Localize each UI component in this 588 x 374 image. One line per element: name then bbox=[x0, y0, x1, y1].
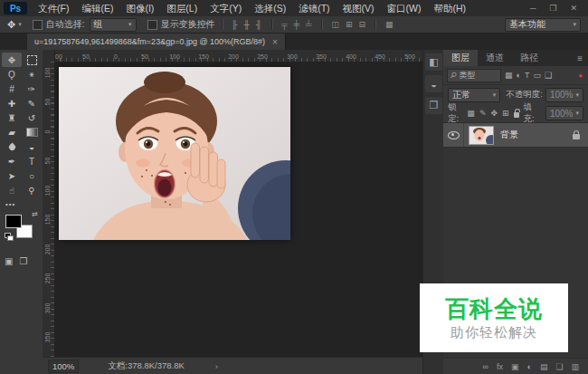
blend-mode-dropdown[interactable]: 正常 ▾ bbox=[448, 88, 500, 102]
lock-position-icon[interactable]: ✥ bbox=[490, 109, 498, 118]
layer-mask-icon[interactable]: ▣ bbox=[511, 362, 519, 371]
align-vertical-centers-icon[interactable]: ╪ bbox=[290, 20, 302, 29]
distribute-left-icon[interactable]: ◫ bbox=[328, 20, 343, 29]
document-tab[interactable]: u=1917587649,961499868&fm=23&gp=0.jpg @ … bbox=[27, 34, 286, 50]
filter-shape-layers-icon[interactable]: ▭ bbox=[533, 71, 541, 80]
swap-colors-icon[interactable]: ⇄ bbox=[32, 210, 38, 218]
layer-effects-icon[interactable]: fx bbox=[497, 362, 503, 371]
minimize-icon[interactable]: ─ bbox=[530, 4, 536, 13]
eraser-tool[interactable]: ▰ bbox=[2, 125, 22, 139]
status-chevron-icon[interactable]: › bbox=[215, 361, 218, 371]
maximize-icon[interactable]: ❐ bbox=[549, 4, 556, 13]
lock-row: 锁定: ▦ ✎ ✥ ⊞ 填充: 100% ▾ bbox=[443, 104, 588, 123]
default-colors-icon[interactable] bbox=[5, 233, 14, 241]
opacity-label: 不透明度: bbox=[506, 89, 543, 101]
ruler-label: 500 bbox=[404, 53, 415, 60]
show-transform-checkbox[interactable] bbox=[147, 20, 157, 30]
delete-layer-icon[interactable]: ▥ bbox=[571, 362, 579, 371]
menu-filter[interactable]: 滤镜(T) bbox=[292, 0, 336, 16]
tab-layers[interactable]: 图层 bbox=[443, 50, 478, 66]
workspace-dropdown[interactable]: 基本功能 ▾ bbox=[505, 18, 581, 32]
tab-paths[interactable]: 路径 bbox=[512, 50, 546, 66]
fill-dropdown[interactable]: 100% ▾ bbox=[545, 106, 583, 120]
tool-options-bar: ✥ ▾ 自动选择: 组 ▾ 显示变换控件 ╟ ╫ ╢ ╤ ╪ ╧ ◫ ⊞ ⊟ ▦… bbox=[0, 16, 588, 34]
ruler-label: 100 bbox=[44, 185, 51, 197]
align-horizontal-centers-icon[interactable]: ╫ bbox=[241, 20, 252, 29]
lock-transparency-icon[interactable]: ▦ bbox=[467, 109, 475, 118]
path-selection-tool[interactable]: ➤ bbox=[2, 168, 22, 183]
panel-menu-icon[interactable]: ≡ bbox=[572, 50, 588, 66]
auto-align-layers-icon[interactable]: ▦ bbox=[382, 20, 396, 29]
foreground-color-swatch[interactable] bbox=[5, 215, 22, 228]
ellipse-tool[interactable]: ○ bbox=[22, 168, 42, 183]
hand-tool[interactable]: ☝ bbox=[2, 183, 22, 197]
align-right-edges-icon[interactable]: ╢ bbox=[252, 20, 264, 29]
tools-panel: ✥ Ϙ ⚹ # ✑ ✚ ✎ ♜ ↺ ▰ ◒ ✒ T ➤ ○ ☝ ⚲ ••• ⇄ bbox=[0, 50, 43, 374]
layer-row-background[interactable]: 背景 bbox=[443, 123, 588, 148]
spot-healing-brush-tool[interactable]: ✚ bbox=[2, 96, 22, 110]
gradient-tool[interactable] bbox=[22, 125, 42, 139]
blur-tool[interactable] bbox=[2, 139, 22, 154]
filter-adjustment-layers-icon[interactable]: ◐ bbox=[517, 71, 521, 80]
align-bottom-edges-icon[interactable]: ╧ bbox=[302, 20, 314, 29]
type-tool[interactable]: T bbox=[22, 154, 42, 168]
zoom-tool[interactable]: ⚲ bbox=[22, 183, 42, 197]
crop-tool[interactable]: # bbox=[2, 82, 22, 96]
tool-preset-chevron-icon[interactable]: ▾ bbox=[18, 21, 22, 28]
lock-artboard-icon[interactable]: ⊞ bbox=[502, 109, 509, 118]
dodge-tool[interactable]: ◒ bbox=[22, 139, 42, 154]
zoom-level-field[interactable]: 100% bbox=[48, 360, 79, 373]
auto-select-dropdown[interactable]: 组 ▾ bbox=[90, 18, 137, 32]
link-layers-icon[interactable]: ∞ bbox=[483, 362, 488, 371]
menu-view[interactable]: 视图(V) bbox=[337, 0, 381, 16]
align-left-edges-icon[interactable]: ╟ bbox=[229, 20, 241, 29]
menu-image[interactable]: 图像(I) bbox=[119, 0, 160, 16]
lock-pixels-icon[interactable]: ✎ bbox=[479, 109, 487, 118]
ruler-label: 400 bbox=[346, 53, 356, 60]
brush-tool[interactable]: ✎ bbox=[22, 96, 42, 110]
color-panel-icon[interactable]: ◧ bbox=[425, 53, 442, 71]
eyedropper-tool[interactable]: ✑ bbox=[22, 82, 42, 96]
history-brush-tool[interactable]: ↺ bbox=[22, 110, 42, 125]
rectangular-marquee-tool[interactable] bbox=[22, 53, 42, 67]
menu-file[interactable]: 文件(F) bbox=[32, 0, 75, 16]
distribute-center-icon[interactable]: ⊞ bbox=[342, 20, 356, 29]
menu-select[interactable]: 选择(S) bbox=[248, 0, 292, 16]
auto-select-checkbox[interactable] bbox=[33, 20, 43, 30]
lasso-tool[interactable]: Ϙ bbox=[2, 67, 22, 82]
edit-toolbar-icon[interactable]: ••• bbox=[5, 200, 15, 208]
layer-thumbnail[interactable] bbox=[469, 126, 494, 145]
new-layer-icon[interactable]: ❏ bbox=[555, 362, 563, 371]
filter-pixel-layers-icon[interactable]: ▦ bbox=[505, 71, 513, 80]
menu-layer[interactable]: 图层(L) bbox=[160, 0, 204, 16]
distribute-right-icon[interactable]: ⊟ bbox=[356, 20, 369, 29]
close-icon[interactable]: ✕ bbox=[570, 4, 577, 13]
libraries-panel-icon[interactable]: ❒ bbox=[425, 97, 442, 114]
filter-type-dropdown[interactable]: ⚲ 类型 bbox=[447, 69, 501, 82]
filter-smart-objects-icon[interactable]: ❑ bbox=[545, 71, 552, 80]
document-size-info: 文档:378.8K/378.8K bbox=[108, 360, 185, 372]
move-tool[interactable]: ✥ bbox=[2, 53, 22, 67]
filter-type-layers-icon[interactable]: T bbox=[525, 71, 530, 80]
lock-all-icon[interactable] bbox=[514, 112, 519, 118]
filter-toggle-icon[interactable]: ● bbox=[578, 72, 584, 80]
quick-selection-tool[interactable]: ⚹ bbox=[22, 67, 42, 82]
document-image[interactable] bbox=[59, 67, 290, 240]
tab-channels[interactable]: 通道 bbox=[478, 50, 512, 66]
opacity-dropdown[interactable]: 100% ▾ bbox=[545, 88, 583, 102]
menu-window[interactable]: 窗口(W) bbox=[381, 0, 428, 16]
screen-mode-icon[interactable]: ❐ bbox=[19, 256, 27, 266]
menu-edit[interactable]: 编辑(E) bbox=[75, 0, 119, 16]
menu-type[interactable]: 文字(Y) bbox=[204, 0, 248, 16]
quick-mask-icon[interactable]: ▣ bbox=[5, 256, 13, 266]
adjustment-layer-icon[interactable]: ◐ bbox=[526, 362, 531, 371]
layer-name: 背景 bbox=[500, 129, 518, 141]
clone-stamp-tool[interactable]: ♜ bbox=[2, 110, 22, 125]
layer-visibility-toggle[interactable] bbox=[443, 123, 464, 147]
layer-group-icon[interactable]: ▤ bbox=[540, 362, 548, 371]
align-top-edges-icon[interactable]: ╤ bbox=[279, 20, 290, 29]
adjustments-panel-icon[interactable]: ◒ bbox=[425, 75, 442, 92]
pen-tool[interactable]: ✒ bbox=[2, 154, 22, 168]
menu-help[interactable]: 帮助(H) bbox=[428, 0, 473, 16]
tab-close-icon[interactable]: × bbox=[272, 37, 278, 47]
